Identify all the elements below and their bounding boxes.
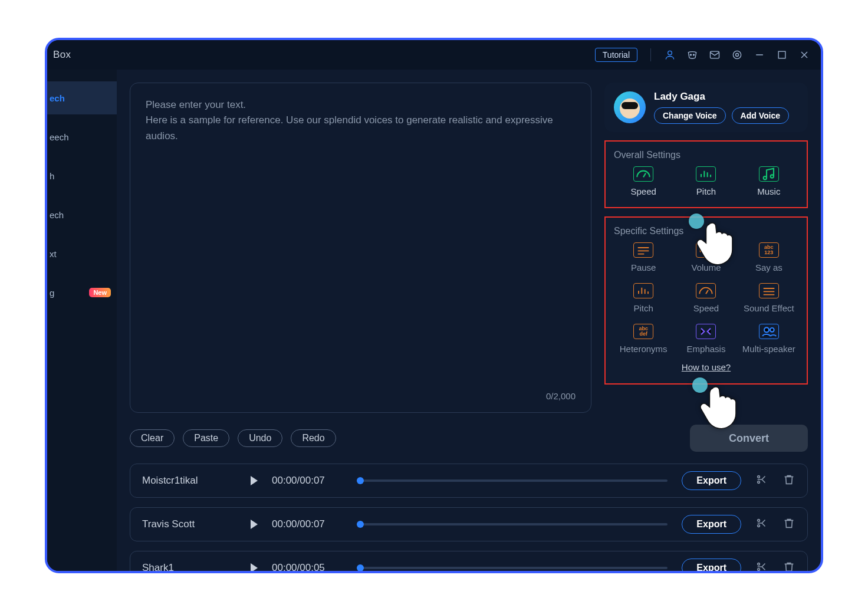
text-editor[interactable]: Please enter your text. Here is a sample…	[130, 83, 591, 413]
setting-music[interactable]: Music	[739, 166, 798, 196]
new-badge: New	[89, 288, 111, 297]
emphasis-icon	[696, 324, 716, 339]
track-progress[interactable]	[357, 523, 668, 525]
svg-point-7	[763, 176, 766, 179]
tutorial-button[interactable]: Tutorial	[595, 48, 637, 62]
setting-label: Pitch	[696, 186, 716, 196]
multispeaker-icon	[759, 324, 779, 339]
setting-label: Heteronyms	[620, 344, 668, 354]
redo-button[interactable]: Redo	[291, 429, 336, 447]
user-icon[interactable]	[664, 49, 676, 61]
svg-point-11	[758, 476, 760, 478]
setting-heteronyms[interactable]: abcdef Heteronyms	[614, 324, 673, 354]
editor-placeholder-line1: Please enter your text.	[146, 97, 576, 113]
sidebar-item-4[interactable]: xt	[47, 237, 117, 270]
svg-point-2	[693, 54, 695, 55]
setting-sayas[interactable]: abc123 Say as	[739, 242, 798, 272]
svg-point-16	[758, 569, 760, 571]
voice-name: Lady Gaga	[654, 91, 789, 103]
svg-point-10	[770, 328, 774, 332]
minimize-icon[interactable]	[754, 49, 765, 61]
app-window: Box Tutorial	[45, 38, 823, 573]
setting-speed[interactable]: Speed	[614, 166, 673, 196]
close-icon[interactable]	[798, 49, 810, 61]
discord-icon[interactable]	[686, 49, 698, 61]
track-progress[interactable]	[357, 567, 668, 569]
setting-label: Pause	[631, 262, 656, 272]
heteronyms-icon: abcdef	[633, 324, 653, 339]
specific-settings-title: Specific Settings	[614, 226, 798, 236]
pause-icon	[633, 242, 653, 258]
history-list: Moistcr1tikal 00:00/00:07 Export Travis …	[130, 464, 808, 571]
svg-point-0	[668, 51, 672, 55]
export-button[interactable]: Export	[682, 515, 741, 534]
setting-emphasis[interactable]: Emphasis	[676, 324, 735, 354]
sfx-icon	[759, 283, 779, 298]
volume-icon	[696, 242, 716, 258]
setting-pitch2[interactable]: Pitch	[614, 283, 673, 313]
export-button[interactable]: Export	[682, 559, 741, 571]
setting-pitch[interactable]: Pitch	[676, 166, 735, 196]
svg-point-12	[758, 481, 760, 484]
sidebar-item-label: g	[50, 288, 54, 298]
sidebar-item-label: ech	[50, 93, 65, 103]
delete-icon[interactable]	[782, 560, 795, 571]
progress-thumb[interactable]	[357, 564, 364, 571]
export-button[interactable]: Export	[682, 471, 741, 490]
track-progress[interactable]	[357, 479, 668, 482]
svg-point-9	[764, 327, 769, 332]
track-time: 00:00/00:07	[272, 518, 343, 530]
setting-speed2[interactable]: Speed	[676, 283, 735, 313]
setting-multispeaker[interactable]: Multi-speaker	[739, 324, 798, 354]
cut-icon[interactable]	[755, 473, 768, 488]
setting-pause[interactable]: Pause	[614, 242, 673, 272]
play-icon[interactable]	[251, 563, 258, 571]
titlebar-separator	[650, 48, 651, 61]
overall-settings-title: Overall Settings	[614, 150, 798, 160]
undo-button[interactable]: Undo	[238, 429, 282, 447]
add-voice-button[interactable]: Add Voice	[732, 107, 789, 124]
sidebar-item-1[interactable]: eech	[47, 120, 117, 153]
delete-icon[interactable]	[782, 473, 795, 488]
title-bar: Box Tutorial	[47, 40, 821, 70]
sidebar-item-3[interactable]: ech	[47, 198, 117, 231]
sidebar-item-5[interactable]: g New	[47, 276, 117, 309]
change-voice-button[interactable]: Change Voice	[654, 107, 726, 124]
sidebar-item-0[interactable]: ech	[47, 81, 117, 114]
cut-icon[interactable]	[755, 560, 768, 571]
progress-thumb[interactable]	[357, 477, 364, 484]
voice-avatar	[614, 91, 646, 123]
delete-icon[interactable]	[782, 517, 795, 532]
setting-label: Volume	[691, 262, 721, 272]
progress-thumb[interactable]	[357, 521, 364, 528]
specific-settings-panel: Specific Settings Pause Volume	[604, 216, 808, 385]
setting-sfx[interactable]: Sound Effect	[739, 283, 798, 313]
sidebar-item-label: xt	[50, 249, 57, 259]
sidebar-item-2[interactable]: h	[47, 159, 117, 192]
editor-placeholder-line2: Here is a sample for reference. Use our …	[146, 113, 576, 144]
track-name: Travis Scott	[142, 518, 236, 530]
pitch-icon	[696, 166, 716, 182]
setting-volume[interactable]: Volume	[676, 242, 735, 272]
how-to-use-link[interactable]: How to use?	[682, 362, 731, 372]
svg-point-1	[691, 54, 692, 55]
cut-icon[interactable]	[755, 517, 768, 532]
paste-button[interactable]: Paste	[183, 429, 229, 447]
svg-point-8	[770, 175, 773, 178]
svg-point-5	[736, 54, 739, 57]
voice-card: Lady Gaga Change Voice Add Voice	[604, 83, 808, 132]
play-icon[interactable]	[251, 476, 258, 485]
convert-button[interactable]: Convert	[690, 425, 808, 452]
clear-button[interactable]: Clear	[130, 429, 175, 447]
track-row: Travis Scott 00:00/00:07 Export	[130, 507, 808, 541]
play-icon[interactable]	[251, 520, 258, 529]
setting-label: Emphasis	[687, 344, 726, 354]
sidebar-item-label: h	[50, 171, 54, 181]
mail-icon[interactable]	[709, 49, 721, 61]
right-panel: Lady Gaga Change Voice Add Voice Overall…	[604, 83, 808, 413]
track-name: Shark1	[142, 562, 236, 571]
settings-icon[interactable]	[731, 49, 743, 61]
music-icon	[759, 166, 779, 182]
maximize-icon[interactable]	[776, 49, 788, 61]
overall-settings-panel: Overall Settings Speed Pitch	[604, 140, 808, 208]
